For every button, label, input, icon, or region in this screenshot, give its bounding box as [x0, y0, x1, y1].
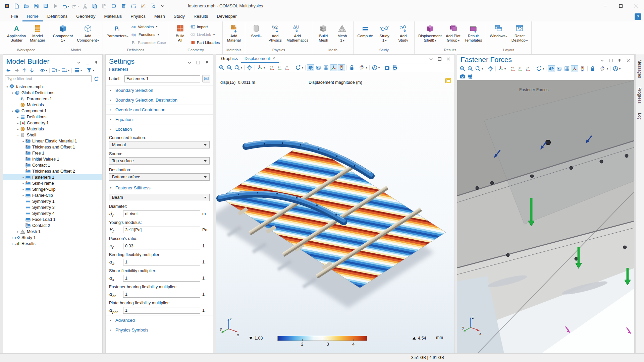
section-boundary-selection[interactable]: ▸Boundary Selection [106, 85, 213, 95]
collapse-all-button[interactable]: ▾ [61, 67, 70, 74]
ribbon-button-add-plot-group[interactable]: Add PlotGroup▾ [444, 21, 463, 48]
nav-forward-button[interactable] [13, 67, 20, 74]
section-physics-symbols[interactable]: ▸Physics Symbols [106, 325, 213, 335]
section-advanced[interactable]: ▸Advanced [106, 315, 213, 325]
ribbon-button-add-study[interactable]: AddStudy [394, 21, 413, 48]
side-tab-messages[interactable]: Messages [637, 56, 642, 82]
view-xy-button[interactable]: xy [509, 65, 517, 72]
expander-closed-icon[interactable]: ▸ [21, 182, 25, 185]
rotate-button[interactable]: ▾ [294, 64, 304, 71]
chevron-down-icon[interactable] [186, 59, 193, 66]
tree-item-thickness-and-offset-1[interactable]: DThickness and Offset 1 [3, 144, 102, 150]
field-input[interactable] [123, 243, 200, 249]
expander-closed-icon[interactable]: ▸ [16, 116, 20, 119]
side-tab-progress[interactable]: Progress [637, 83, 642, 108]
show-button[interactable]: ▾ [39, 67, 48, 74]
grid-button[interactable] [563, 65, 571, 72]
menu-results[interactable]: Results [189, 12, 212, 21]
view-xz-button[interactable]: xz [284, 64, 291, 71]
zoom-box-button[interactable]: ▾ [474, 65, 484, 72]
tree-item-initial-values-1[interactable]: DInitial Values 1 [3, 156, 102, 162]
open-file-button[interactable] [22, 2, 31, 10]
zoom-extents-button[interactable] [246, 64, 253, 71]
refresh-icon[interactable] [93, 75, 100, 82]
chevron-down-icon[interactable] [599, 57, 605, 64]
tree-item-contact-2[interactable]: DContact 2 [3, 223, 102, 229]
tree-item-global-definitions[interactable]: ▾Global Definitions [3, 90, 102, 96]
expander-closed-icon[interactable]: ▸ [16, 230, 20, 233]
copy-button[interactable] [90, 2, 99, 10]
tree-item-mesh-1[interactable]: ▸Mesh 1 [3, 229, 102, 235]
print-button[interactable] [467, 73, 474, 80]
paste-button[interactable] [100, 2, 109, 10]
default-view-button[interactable]: ▾ [256, 64, 266, 71]
ribbon-button-part-libraries[interactable]: Part Libraries [191, 40, 220, 46]
expander-closed-icon[interactable]: ▸ [10, 236, 15, 239]
expander-closed-icon[interactable]: ▸ [16, 128, 20, 131]
color-palette-button[interactable]: ▾ [359, 64, 368, 71]
environment-button[interactable] [555, 65, 563, 72]
expander-closed-icon[interactable]: ▸ [21, 140, 25, 143]
find-button[interactable] [149, 2, 157, 10]
rotate-button[interactable]: ▾ [535, 65, 545, 72]
move-up-button[interactable] [20, 67, 28, 74]
undo-button[interactable]: ▾ [61, 2, 70, 10]
tree-item-frame-clip[interactable]: ▸Frame-Clip [3, 192, 102, 198]
clear-selection-button[interactable] [139, 2, 148, 10]
color-bar-button[interactable] [338, 64, 345, 71]
zoom-box-button[interactable]: ▾ [233, 64, 243, 71]
field-input[interactable] [123, 307, 200, 314]
menu-study[interactable]: Study [169, 12, 189, 21]
expander-closed-icon[interactable]: ▸ [10, 242, 15, 245]
tree-item-materials[interactable]: Materials [3, 102, 102, 108]
scene-light-button[interactable] [548, 65, 555, 72]
color-palette-button[interactable]: ▾ [599, 65, 609, 72]
expander-closed-icon[interactable]: ▸ [21, 176, 25, 179]
ribbon-button-model-manager[interactable]: ModelManager [28, 21, 47, 48]
model-tree-filter-button[interactable]: ▾ [86, 67, 95, 74]
menu-materials[interactable]: Materials [100, 12, 126, 21]
tree-item-contact-1[interactable]: DContact 1 [3, 162, 102, 168]
ribbon-button-add-component[interactable]: AddComponent▾ [75, 21, 101, 48]
lock-view-button[interactable] [589, 65, 596, 72]
ribbon-button-parameter-case[interactable]: PiParameter Case [131, 40, 166, 46]
menu-geometry[interactable]: Geometry [72, 12, 100, 21]
section-location[interactable]: ▾ Location [106, 124, 213, 134]
expander-closed-icon[interactable]: ▸ [21, 194, 25, 197]
field-input[interactable] [123, 259, 200, 265]
app-logo-button[interactable] [3, 2, 11, 10]
ribbon-button-application-builder[interactable]: AApplicationBuilder [5, 21, 28, 48]
tree-item-face-load-1[interactable]: Face Load 1 [3, 217, 102, 223]
tree-item-symmetry-1[interactable]: Symmetry 1 [3, 198, 102, 204]
menu-physics[interactable]: Physics [126, 12, 150, 21]
field-input[interactable] [123, 227, 200, 233]
snapshot-button[interactable] [383, 64, 391, 71]
tree-filter-input[interactable] [5, 75, 92, 82]
expander-open-icon[interactable]: ▾ [16, 134, 20, 137]
section-equation[interactable]: ▸Equation [106, 114, 213, 124]
ribbon-button-reset-desktop[interactable]: ResetDesktop▾ [509, 21, 530, 48]
axes-button[interactable] [330, 64, 337, 71]
menu-mesh[interactable]: Mesh [150, 12, 169, 21]
float-window-icon[interactable] [195, 59, 202, 66]
view-xz-button[interactable]: xz [525, 65, 532, 72]
stiffness-type-select[interactable]: Beam [109, 194, 210, 201]
expander-open-icon[interactable]: ▾ [10, 92, 15, 95]
color-bar-button[interactable] [579, 65, 586, 72]
environment-button[interactable] [315, 64, 322, 71]
zoom-out-button[interactable] [467, 65, 474, 72]
zoom-in-button[interactable] [459, 65, 466, 72]
menu-file[interactable]: File [7, 12, 22, 21]
tree-item-linear-elastic-material-1[interactable]: ▸DLinear Elastic Material 1 [3, 138, 102, 144]
close-icon[interactable]: ✕ [272, 56, 275, 61]
tree-item-definitions[interactable]: ▸Definitions [3, 114, 102, 120]
duplicate-button[interactable] [110, 2, 118, 10]
tree-item-results[interactable]: ▸Results [3, 241, 102, 247]
qat-overflow-button[interactable] [158, 2, 167, 10]
field-input[interactable] [123, 275, 200, 282]
tree-item-stringer-clip[interactable]: ▸Stringer-Clip [3, 186, 102, 192]
node-grouping-button[interactable]: ▾ [73, 67, 83, 74]
label-input[interactable] [124, 75, 200, 82]
delete-button[interactable] [119, 2, 128, 10]
ribbon-button-mesh-1[interactable]: Mesh1▾ [333, 21, 352, 48]
